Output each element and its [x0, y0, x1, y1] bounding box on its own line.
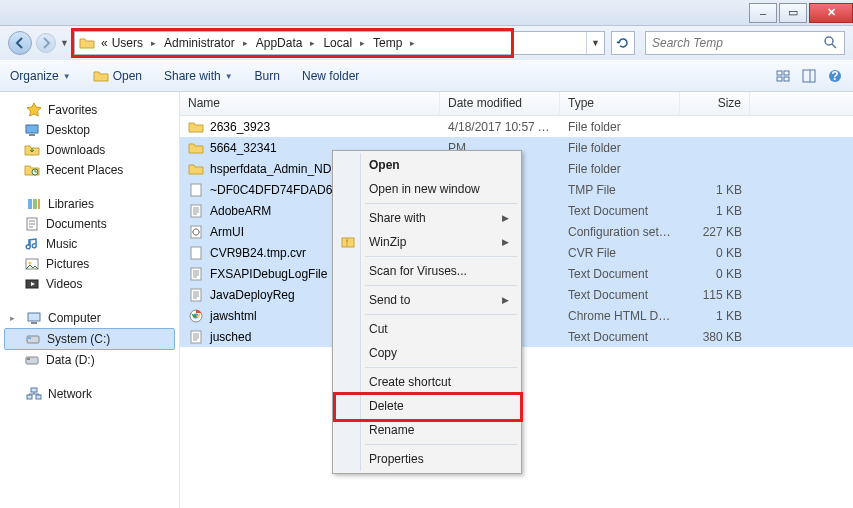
breadcrumb-item[interactable]: AppData▸ — [254, 36, 322, 50]
breadcrumb-prefix-label: « — [101, 36, 108, 50]
sidebar-item-label: Documents — [46, 217, 107, 231]
arrow-right-icon — [38, 35, 54, 51]
sidebar-item[interactable]: Videos — [4, 274, 175, 294]
maximize-button[interactable]: ▭ — [779, 3, 807, 23]
breadcrumb-item[interactable]: Temp▸ — [371, 36, 421, 50]
expand-icon: ▸ — [10, 313, 20, 323]
newfolder-button[interactable]: New folder — [302, 69, 359, 83]
svg-rect-25 — [27, 395, 32, 399]
context-menu-item[interactable]: Scan for Viruses... — [335, 259, 519, 283]
file-name: AdobeARM — [210, 204, 271, 218]
context-menu: OpenOpen in new windowShare with▶WinZip▶… — [332, 150, 522, 474]
context-menu-item[interactable]: Rename — [335, 418, 519, 442]
sidebar-network-label: Network — [48, 387, 92, 401]
sidebar-item[interactable]: Documents — [4, 214, 175, 234]
file-size: 1 KB — [680, 183, 750, 197]
breadcrumb-container: Users▸Administrator▸AppData▸Local▸Temp▸ — [110, 36, 422, 50]
sidebar-item-label: Desktop — [46, 123, 90, 137]
text-icon — [188, 203, 204, 219]
context-menu-item[interactable]: Open in new window — [335, 177, 519, 201]
minimize-button[interactable]: – — [749, 3, 777, 23]
breadcrumb-item[interactable]: Administrator▸ — [162, 36, 254, 50]
svg-rect-32 — [191, 247, 201, 259]
close-button[interactable]: ✕ — [809, 3, 853, 23]
chrome-icon — [188, 308, 204, 324]
file-icon — [188, 182, 204, 198]
col-name[interactable]: Name — [180, 92, 440, 115]
address-bar[interactable]: « Users▸Administrator▸AppData▸Local▸Temp… — [74, 31, 605, 55]
svg-rect-29 — [191, 205, 201, 217]
sidebar-item-label: System (C:) — [47, 332, 110, 346]
context-menu-label: Cut — [369, 322, 388, 336]
view-options-button[interactable] — [775, 68, 791, 84]
address-drop[interactable]: ▼ — [586, 32, 604, 54]
context-menu-item[interactable]: Properties — [335, 447, 519, 471]
nav-history-drop[interactable]: ▼ — [60, 38, 70, 48]
sidebar-item[interactable]: Music — [4, 234, 175, 254]
context-menu-item[interactable]: Create shortcut — [335, 370, 519, 394]
table-row[interactable]: 2636_39234/18/2017 10:57 AMFile folder — [180, 116, 853, 137]
sidebar-head-favorites[interactable]: Favorites — [4, 100, 175, 120]
context-menu-item[interactable]: Share with▶ — [335, 206, 519, 230]
preview-pane-button[interactable] — [801, 68, 817, 84]
sidebar-item[interactable]: Recent Places — [4, 160, 175, 180]
folder-open-icon — [93, 68, 109, 84]
help-button[interactable]: ? — [827, 68, 843, 84]
toolbar: Organize ▼ Open Share with ▼ Burn New fo… — [0, 60, 853, 92]
svg-rect-38 — [342, 238, 354, 247]
search-box[interactable] — [645, 31, 845, 55]
breadcrumb-item[interactable]: Local▸ — [321, 36, 371, 50]
context-menu-item[interactable]: Copy — [335, 341, 519, 365]
sidebar-head-computer[interactable]: ▸ Computer — [4, 308, 175, 328]
breadcrumb-prefix[interactable]: « — [99, 36, 110, 50]
file-type: Text Document — [560, 267, 680, 281]
share-menu[interactable]: Share with ▼ — [164, 69, 233, 83]
col-size[interactable]: Size — [680, 92, 750, 115]
file-type: File folder — [560, 162, 680, 176]
text-icon — [188, 329, 204, 345]
svg-rect-1 — [777, 71, 782, 75]
col-type[interactable]: Type — [560, 92, 680, 115]
search-input[interactable] — [652, 36, 822, 50]
text-icon — [188, 287, 204, 303]
context-menu-item[interactable]: Delete — [335, 394, 519, 418]
forward-button[interactable] — [36, 33, 56, 53]
file-type: Text Document — [560, 288, 680, 302]
sidebar-item-icon — [24, 352, 40, 368]
context-menu-separator — [365, 285, 517, 286]
breadcrumb-item[interactable]: Users▸ — [110, 36, 162, 50]
context-menu-item[interactable]: Open — [335, 153, 519, 177]
sidebar-head-libraries[interactable]: Libraries — [4, 194, 175, 214]
sidebar-item-icon — [24, 162, 40, 178]
folder-icon — [79, 35, 95, 51]
file-type: File folder — [560, 120, 680, 134]
arrow-left-icon — [12, 35, 28, 51]
burn-button[interactable]: Burn — [255, 69, 280, 83]
col-date[interactable]: Date modified — [440, 92, 560, 115]
text-icon — [188, 266, 204, 282]
context-menu-item[interactable]: Cut — [335, 317, 519, 341]
file-name: CVR9B24.tmp.cvr — [210, 246, 306, 260]
sidebar-item[interactable]: Downloads — [4, 140, 175, 160]
back-button[interactable] — [8, 31, 32, 55]
organize-menu[interactable]: Organize ▼ — [10, 69, 71, 83]
context-menu-item[interactable]: Send to▶ — [335, 288, 519, 312]
svg-rect-13 — [33, 199, 37, 209]
sidebar-item[interactable]: Data (D:) — [4, 350, 175, 370]
winzip-icon — [340, 234, 356, 250]
navbar: ▼ « Users▸Administrator▸AppData▸Local▸Te… — [0, 26, 853, 60]
network-icon — [26, 386, 42, 402]
sidebar-item-icon — [24, 256, 40, 272]
svg-rect-12 — [28, 199, 32, 209]
open-button[interactable]: Open — [93, 68, 142, 84]
context-menu-label: Send to — [369, 293, 410, 307]
sidebar-item[interactable]: Pictures — [4, 254, 175, 274]
refresh-button[interactable] — [611, 31, 635, 55]
file-icon — [188, 245, 204, 261]
sidebar-head-network[interactable]: Network — [4, 384, 175, 404]
svg-point-17 — [29, 262, 32, 265]
breadcrumb-label: Temp — [373, 36, 402, 50]
sidebar-item[interactable]: System (C:) — [4, 328, 175, 350]
context-menu-item[interactable]: WinZip▶ — [335, 230, 519, 254]
sidebar-item[interactable]: Desktop — [4, 120, 175, 140]
